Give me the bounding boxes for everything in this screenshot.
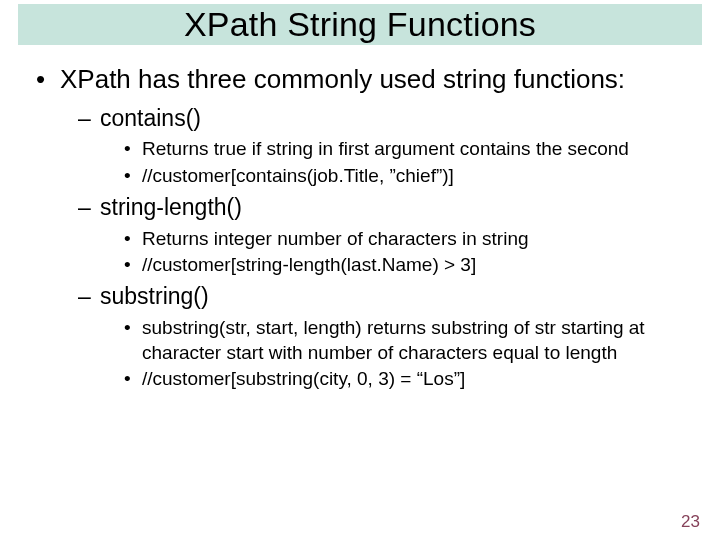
slide-number: 23 (681, 512, 700, 532)
func-name: contains() (100, 105, 201, 131)
detail-item: //customer[string-length(last.Name) > 3] (124, 253, 692, 278)
bullet-main-text: XPath has three commonly used string fun… (60, 64, 625, 94)
detail-item: Returns true if string in first argument… (124, 137, 692, 162)
bullet-main: XPath has three commonly used string fun… (36, 63, 692, 392)
func-name: substring() (100, 283, 209, 309)
title-bar: XPath String Functions (18, 4, 702, 45)
slide-title: XPath String Functions (18, 5, 702, 44)
func-name: string-length() (100, 194, 242, 220)
detail-item: Returns integer number of characters in … (124, 227, 692, 252)
func-contains: contains() Returns true if string in fir… (78, 104, 692, 189)
func-substring: substring() substring(str, start, length… (78, 282, 692, 392)
detail-item: //customer[contains(job.Title, ”chief”)] (124, 164, 692, 189)
detail-item: //customer[substring(city, 0, 3) = “Los”… (124, 367, 692, 392)
func-string-length: string-length() Returns integer number o… (78, 193, 692, 278)
detail-item: substring(str, start, length) returns su… (124, 316, 692, 365)
slide: XPath String Functions XPath has three c… (0, 4, 720, 540)
